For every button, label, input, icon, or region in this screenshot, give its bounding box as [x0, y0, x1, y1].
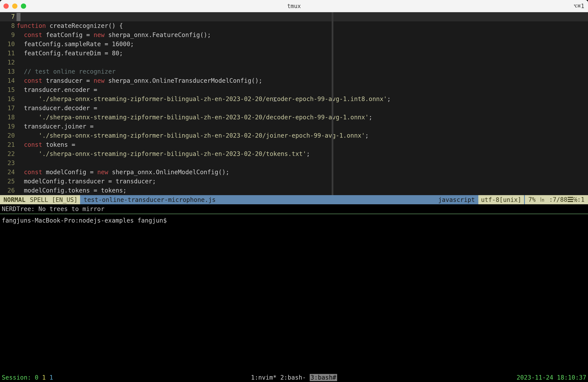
- code-content[interactable]: const tokens =: [17, 140, 588, 149]
- code-content[interactable]: [17, 12, 588, 21]
- code-line[interactable]: 22 './sherpa-onnx-streaming-zipformer-bi…: [0, 149, 588, 158]
- code-token: sherpa_onnx.OnlineModelConfig();: [108, 169, 229, 176]
- editor-cursor: [17, 13, 21, 21]
- code-content[interactable]: './sherpa-onnx-streaming-zipformer-bilin…: [17, 94, 588, 104]
- tmux-window-tab[interactable]: 3:bash#: [310, 374, 337, 381]
- code-line[interactable]: 15 transducer.encoder =: [0, 85, 588, 94]
- line-number: 11: [0, 49, 17, 58]
- vim-filetype: javascript: [435, 196, 479, 203]
- code-line[interactable]: 8function createRecognizer() {: [0, 21, 588, 30]
- code-token: [17, 31, 24, 39]
- traffic-lights: [3, 3, 26, 9]
- tmux-window-list: 1:nvim* 2:bash- 3:bash#: [251, 374, 337, 381]
- tmux-window-tab[interactable]: 1:nvim*: [251, 374, 280, 381]
- code-token: transducer.decoder =: [17, 105, 97, 112]
- code-token: [17, 150, 39, 157]
- code-line[interactable]: 16 './sherpa-onnx-streaming-zipformer-bi…: [0, 94, 588, 104]
- line-number: 10: [0, 40, 17, 49]
- line-number: 16: [0, 94, 17, 104]
- code-line[interactable]: 18 './sherpa-onnx-streaming-zipformer-bi…: [0, 113, 588, 122]
- code-content[interactable]: transducer.encoder =: [17, 85, 588, 94]
- code-line[interactable]: 26 modelConfig.tokens = tokens;: [0, 186, 588, 195]
- text-cursor-icon: ⌶: [273, 95, 277, 103]
- code-content[interactable]: const featConfig = new sherpa_onnx.Featu…: [17, 30, 588, 40]
- code-content[interactable]: const transducer = new sherpa_onnx.Onlin…: [17, 76, 588, 85]
- code-line[interactable]: 19 transducer.joiner =: [0, 122, 588, 131]
- code-line[interactable]: 23: [0, 158, 588, 168]
- tmux-session-num-0: 0: [35, 374, 39, 381]
- titlebar: tmux ⌥⌘1: [0, 0, 588, 12]
- editor-pane[interactable]: ⌶ 78function createRecognizer() {9 const…: [0, 12, 588, 195]
- code-content[interactable]: './sherpa-onnx-streaming-zipformer-bilin…: [17, 131, 588, 140]
- vim-encoding: utf-8[unix]: [478, 195, 524, 204]
- line-number: 25: [0, 177, 17, 186]
- window-title: tmux: [287, 3, 301, 9]
- vim-position: 7% ㏑ :7/88☰℅:1: [524, 195, 588, 204]
- code-line[interactable]: 14 const transducer = new sherpa_onnx.On…: [0, 76, 588, 85]
- close-window-button[interactable]: [3, 3, 9, 9]
- vim-statusline: NORMAL SPELL [EN_US] test-online-transdu…: [0, 195, 588, 204]
- line-number: 12: [0, 58, 17, 67]
- line-number: 17: [0, 104, 17, 113]
- tmux-window-tab[interactable]: 2:bash-: [280, 374, 310, 381]
- column-guide: [332, 12, 333, 195]
- code-token: './sherpa-onnx-streaming-zipformer-bilin…: [39, 95, 387, 103]
- code-token: [17, 77, 24, 84]
- tmux-session-label: Session:: [2, 374, 35, 381]
- code-line[interactable]: 17 transducer.decoder =: [0, 104, 588, 113]
- line-number: 8: [0, 21, 17, 30]
- code-token: featConfig =: [42, 31, 94, 39]
- code-line[interactable]: 9 const featConfig = new sherpa_onnx.Fea…: [0, 30, 588, 40]
- code-token: transducer =: [42, 77, 94, 84]
- code-content[interactable]: featConfig.sampleRate = 16000;: [17, 40, 588, 49]
- code-content[interactable]: featConfig.featureDim = 80;: [17, 49, 588, 58]
- code-token: ;: [365, 132, 369, 139]
- line-number: 15: [0, 85, 17, 94]
- code-content[interactable]: modelConfig.tokens = tokens;: [17, 186, 588, 195]
- code-line[interactable]: 20 './sherpa-onnx-streaming-zipformer-bi…: [0, 131, 588, 140]
- window-shortcut-indicator: ⌥⌘1: [574, 3, 585, 9]
- code-token: tokens =: [42, 141, 75, 148]
- code-token: './sherpa-onnx-streaming-zipformer-bilin…: [39, 114, 369, 121]
- code-line[interactable]: 12: [0, 58, 588, 67]
- code-content[interactable]: const modelConfig = new sherpa_onnx.Onli…: [17, 168, 588, 177]
- code-content[interactable]: transducer.decoder =: [17, 104, 588, 113]
- line-number: 9: [0, 30, 17, 40]
- line-number: 20: [0, 131, 17, 140]
- maximize-window-button[interactable]: [21, 3, 26, 9]
- vim-spell-indicator: SPELL [EN_US]: [29, 195, 80, 204]
- shell-pane[interactable]: fangjuns-MacBook-Pro:nodejs-examples fan…: [0, 214, 588, 373]
- code-line[interactable]: 7: [0, 12, 588, 21]
- code-content[interactable]: [17, 158, 588, 168]
- line-number: 13: [0, 67, 17, 76]
- code-content[interactable]: modelConfig.transducer = transducer;: [17, 177, 588, 186]
- code-line[interactable]: 24 const modelConfig = new sherpa_onnx.O…: [0, 168, 588, 177]
- code-token: transducer.encoder =: [17, 86, 97, 93]
- code-token: [17, 68, 24, 75]
- code-content[interactable]: './sherpa-onnx-streaming-zipformer-bilin…: [17, 149, 588, 158]
- tmux-datetime: 2023-11-24 18:10:37: [517, 374, 586, 381]
- tmux-statusbar: Session: 0 1 1 1:nvim* 2:bash- 3:bash# 2…: [0, 373, 588, 382]
- terminal[interactable]: ⌶ 78function createRecognizer() {9 const…: [0, 12, 588, 382]
- line-number: 24: [0, 168, 17, 177]
- code-content[interactable]: // test online recognizer: [17, 67, 588, 76]
- tmux-session-num-1: 1: [42, 374, 46, 381]
- code-content[interactable]: './sherpa-onnx-streaming-zipformer-bilin…: [17, 113, 588, 122]
- line-number: 21: [0, 140, 17, 149]
- line-number: 18: [0, 113, 17, 122]
- line-number: 23: [0, 158, 17, 168]
- code-content[interactable]: [17, 58, 588, 67]
- code-line[interactable]: 21 const tokens =: [0, 140, 588, 149]
- code-line[interactable]: 10 featConfig.sampleRate = 16000;: [0, 40, 588, 49]
- minimize-window-button[interactable]: [12, 3, 17, 9]
- code-line[interactable]: 13 // test online recognizer: [0, 67, 588, 76]
- line-number: 19: [0, 122, 17, 131]
- vim-filename: test-online-transducer-microphone.js: [80, 195, 219, 204]
- code-line[interactable]: 11 featConfig.featureDim = 80;: [0, 49, 588, 58]
- code-token: const: [24, 141, 42, 148]
- line-number: 26: [0, 186, 17, 195]
- code-content[interactable]: transducer.joiner =: [17, 122, 588, 131]
- code-line[interactable]: 25 modelConfig.transducer = transducer;: [0, 177, 588, 186]
- code-content[interactable]: function createRecognizer() {: [17, 21, 588, 30]
- code-token: modelConfig.tokens = tokens;: [17, 187, 127, 194]
